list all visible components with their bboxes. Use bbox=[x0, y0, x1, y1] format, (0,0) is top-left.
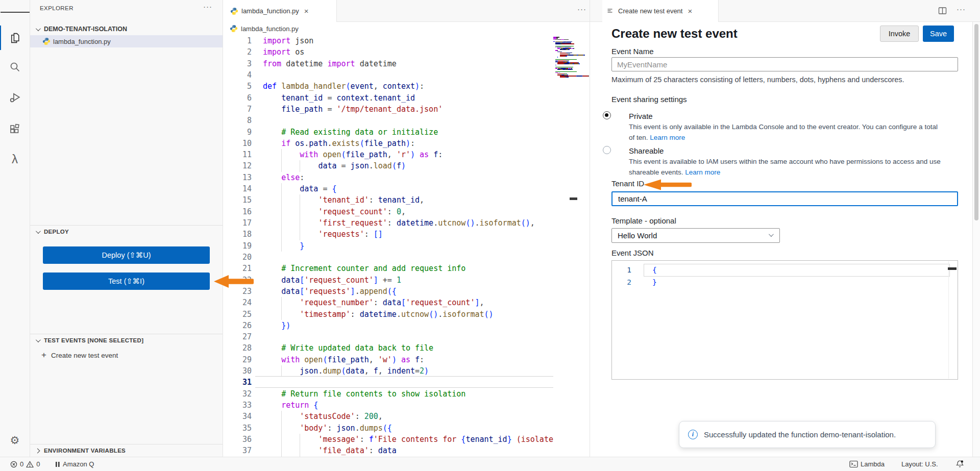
tab-lambda-function[interactable]: lambda_function.py × bbox=[223, 0, 337, 22]
code-line[interactable]: 9 # Read existing data or initialize bbox=[223, 127, 590, 138]
shareable-radio[interactable] bbox=[603, 146, 611, 154]
menu-icon[interactable] bbox=[0, 0, 30, 24]
code-line[interactable]: 23 data['requests'].append({ bbox=[223, 286, 590, 297]
extensions-icon[interactable] bbox=[0, 117, 30, 141]
template-value: Hello World bbox=[618, 231, 657, 240]
close-icon[interactable]: × bbox=[688, 7, 692, 15]
code-line[interactable]: 24 'request_number': data['request_count… bbox=[223, 297, 590, 308]
explorer-icon[interactable] bbox=[0, 26, 30, 50]
event-json-editor[interactable]: 1{2} bbox=[611, 260, 958, 380]
close-icon[interactable]: × bbox=[304, 7, 309, 15]
create-new-test-event-item[interactable]: + Create new test event bbox=[30, 349, 223, 362]
code-line[interactable]: 28 # Write updated data back to file bbox=[223, 342, 590, 354]
template-label: Template - optional bbox=[611, 216, 676, 225]
section-deploy[interactable]: DEPLOY bbox=[30, 225, 223, 238]
run-debug-icon[interactable] bbox=[0, 85, 30, 110]
code-line[interactable]: 1import json bbox=[223, 35, 590, 46]
private-desc-line2: of ten. Learn more bbox=[629, 134, 685, 141]
section-test-events[interactable]: TEST EVENTS [NONE SELECTED] bbox=[30, 334, 223, 346]
code-line[interactable]: 3from datetime import datetime bbox=[223, 58, 590, 69]
code-line[interactable]: 8 bbox=[223, 115, 590, 126]
problems-indicator[interactable]: 0 0 bbox=[10, 457, 40, 471]
invoke-button[interactable]: Invoke bbox=[880, 26, 919, 42]
code-line[interactable]: 19 } bbox=[223, 240, 590, 252]
folder-label: DEMO-TENANT-ISOLATION bbox=[44, 26, 127, 33]
code-line[interactable]: 10 if os.path.exists(file_path): bbox=[223, 138, 590, 149]
json-line[interactable]: 2} bbox=[612, 276, 958, 288]
notifications-bell[interactable] bbox=[955, 457, 964, 471]
code-line[interactable]: 7 file_path = '/tmp/tenant_data.json' bbox=[223, 104, 590, 115]
code-editor[interactable]: 1import json2import os3from datetime imp… bbox=[223, 35, 590, 457]
python-file-icon bbox=[230, 24, 238, 33]
test-button[interactable]: Test (⇧⌘I) bbox=[43, 272, 210, 290]
code-line[interactable]: 21 # Increment counter and add request i… bbox=[223, 263, 590, 274]
code-line[interactable]: 30 json.dump(data, f, indent=2) bbox=[223, 365, 590, 377]
amazon-q-status[interactable]: Amazon Q bbox=[55, 457, 94, 471]
learn-more-link[interactable]: Learn more bbox=[685, 168, 720, 176]
code-line[interactable]: 4 bbox=[223, 69, 590, 81]
code-line[interactable]: 2import os bbox=[223, 46, 590, 58]
code-line[interactable]: 33 return { bbox=[223, 400, 590, 411]
code-line[interactable]: 27 bbox=[223, 331, 590, 342]
panel-scrollbar[interactable] bbox=[972, 22, 980, 457]
sidebar-file-lambda-function[interactable]: lambda_function.py bbox=[30, 35, 223, 47]
event-sharing-label: Event sharing settings bbox=[611, 95, 687, 104]
settings-gear-icon[interactable]: ⚙ bbox=[0, 428, 30, 453]
chevron-down-icon bbox=[36, 229, 41, 234]
code-line[interactable]: 12 data = json.load(f) bbox=[223, 160, 590, 171]
code-line[interactable]: 36 'message': f'File contents for {tenan… bbox=[223, 434, 590, 445]
code-line[interactable]: 29 with open(file_path, 'w') as f: bbox=[223, 354, 590, 365]
breadcrumb[interactable]: lambda_function.py bbox=[223, 22, 590, 35]
scrollbar-thumb[interactable] bbox=[974, 24, 978, 220]
panel-more-actions-icon[interactable]: ··· bbox=[957, 5, 966, 13]
warning-icon bbox=[26, 461, 34, 468]
code-line[interactable]: 15 'tenant_id': tenant_id, bbox=[223, 194, 590, 206]
code-line[interactable]: 11 with open(file_path, 'r') as f: bbox=[223, 149, 590, 160]
search-icon[interactable] bbox=[0, 55, 30, 79]
code-line[interactable]: 13 else: bbox=[223, 172, 590, 183]
code-line[interactable]: 20 bbox=[223, 252, 590, 263]
code-line[interactable]: 5def lambda_handler(event, context): bbox=[223, 81, 590, 92]
tab-create-new-test-event[interactable]: Create new test event × bbox=[602, 0, 719, 22]
aws-lambda-icon[interactable]: λ bbox=[0, 147, 30, 171]
lambda-status[interactable]: Lambda bbox=[849, 457, 885, 471]
editor-more-actions-icon[interactable]: ··· bbox=[577, 5, 586, 13]
pause-icon bbox=[55, 461, 60, 467]
code-line[interactable]: 25 'timestamp': datetime.utcnow().isofor… bbox=[223, 309, 590, 320]
code-line[interactable]: 37 'file_data': data bbox=[223, 445, 590, 456]
explorer-more-icon[interactable]: ··· bbox=[203, 2, 212, 11]
shareable-label: Shareable bbox=[629, 146, 664, 155]
toast-notification[interactable]: i Successfully updated the function demo… bbox=[679, 421, 936, 448]
private-radio[interactable] bbox=[603, 111, 611, 119]
save-button[interactable]: Save bbox=[923, 26, 954, 42]
event-name-input[interactable] bbox=[611, 57, 958, 71]
test-events-section-title: TEST EVENTS [NONE SELECTED] bbox=[44, 337, 143, 343]
layout-label: Layout: U.S. bbox=[901, 460, 938, 468]
layout-status[interactable]: Layout: U.S. bbox=[901, 457, 938, 471]
minimap[interactable] bbox=[553, 35, 590, 457]
code-line[interactable]: 6 tenant_id = context.tenant_id bbox=[223, 92, 590, 104]
code-line[interactable]: 22 data['request_count'] += 1 bbox=[223, 275, 590, 286]
event-name-label: Event Name bbox=[611, 47, 654, 56]
section-environment-variables[interactable]: ENVIRONMENT VARIABLES bbox=[30, 444, 223, 457]
code-line[interactable]: 34 'statusCode': 200, bbox=[223, 411, 590, 422]
code-line[interactable]: 35 'body': json.dumps({ bbox=[223, 423, 590, 434]
deploy-button[interactable]: Deploy (⇧⌘U) bbox=[43, 246, 210, 264]
tenant-id-input[interactable] bbox=[611, 191, 958, 206]
annotation-arrow-tenant-id bbox=[644, 179, 692, 190]
code-line[interactable]: 17 'first_request': datetime.utcnow().is… bbox=[223, 217, 590, 229]
learn-more-link[interactable]: Learn more bbox=[650, 134, 685, 141]
plus-icon: + bbox=[41, 350, 46, 360]
terminal-icon bbox=[849, 460, 858, 468]
json-line[interactable]: 1{ bbox=[612, 264, 958, 276]
code-line[interactable]: 16 'request_count': 0, bbox=[223, 206, 590, 217]
template-dropdown[interactable]: Hello World bbox=[611, 228, 780, 243]
editor-scroll-marker[interactable] bbox=[570, 197, 577, 200]
code-line[interactable]: 26 }) bbox=[223, 320, 590, 331]
code-line[interactable]: 14 data = { bbox=[223, 183, 590, 194]
sidebar-folder-demo-tenant-isolation[interactable]: DEMO-TENANT-ISOLATION bbox=[30, 23, 223, 35]
code-line[interactable]: 31 bbox=[223, 377, 590, 388]
private-desc-line1: This event is only available in the Lamb… bbox=[629, 123, 938, 131]
code-line[interactable]: 18 'requests': [] bbox=[223, 229, 590, 240]
code-line[interactable]: 32 # Return file contents to show isolat… bbox=[223, 388, 590, 400]
